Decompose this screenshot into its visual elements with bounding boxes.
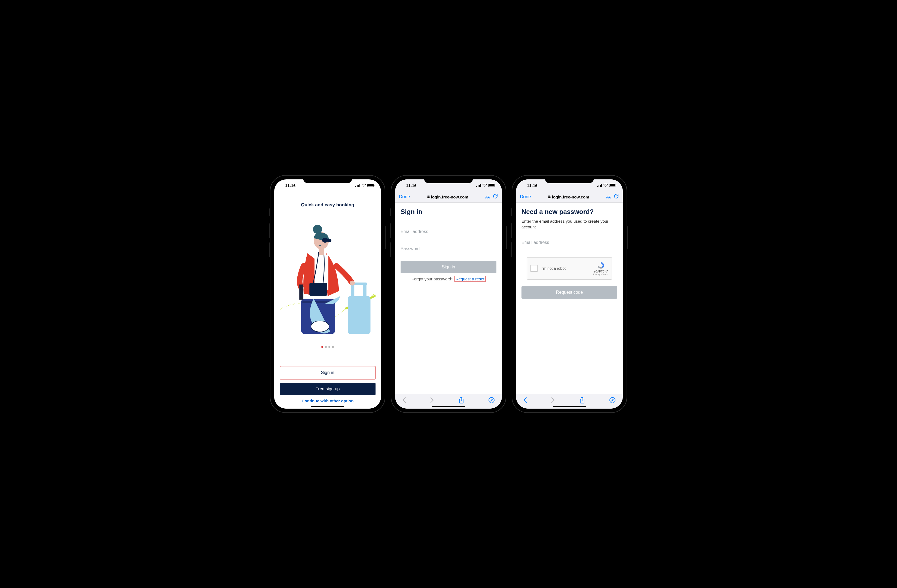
recaptcha-logo: reCAPTCHA Privacy - Terms: [593, 261, 608, 275]
safari-compass-icon[interactable]: [609, 397, 616, 403]
svg-rect-7: [348, 296, 370, 334]
status-bar: 11:16: [274, 179, 381, 191]
welcome-illustration: [280, 213, 375, 344]
forward-icon[interactable]: [551, 397, 555, 403]
text-size-button[interactable]: AA: [485, 195, 490, 199]
svg-point-34: [489, 397, 494, 403]
svg-rect-3: [360, 184, 360, 187]
svg-point-21: [313, 225, 322, 234]
svg-rect-35: [597, 186, 598, 187]
svg-rect-18: [309, 283, 327, 296]
safari-address-bar: Done login.free-now.com AA: [395, 191, 502, 203]
svg-point-44: [610, 397, 615, 403]
status-time: 11:16: [282, 183, 330, 188]
svg-rect-41: [616, 185, 616, 186]
text-size-button[interactable]: AA: [606, 195, 611, 199]
svg-rect-42: [548, 196, 550, 198]
request-code-button[interactable]: Request code: [522, 286, 617, 299]
home-indicator: [553, 406, 586, 407]
share-icon[interactable]: [459, 397, 464, 404]
recaptcha-checkbox[interactable]: [530, 265, 537, 272]
lock-icon: [548, 195, 551, 199]
battery-icon: [367, 184, 374, 187]
recaptcha-widget: I'm not a robot reCAPTCHA Privacy - Term…: [527, 257, 612, 279]
svg-rect-32: [427, 196, 429, 198]
status-time: 11:16: [403, 183, 451, 188]
safari-address-bar: Done login.free-now.com AA: [516, 191, 623, 203]
svg-rect-8: [351, 284, 354, 296]
svg-rect-40: [610, 184, 615, 186]
svg-point-23: [327, 239, 331, 242]
svg-rect-26: [478, 185, 478, 187]
signin-heading: Sign in: [401, 208, 496, 215]
svg-rect-37: [600, 185, 601, 187]
svg-rect-25: [476, 186, 477, 187]
svg-rect-38: [601, 184, 602, 187]
svg-rect-6: [374, 185, 374, 186]
status-time: 11:16: [524, 183, 572, 188]
svg-rect-2: [358, 185, 359, 187]
recaptcha-label: I'm not a robot: [541, 266, 593, 270]
reload-icon[interactable]: [493, 194, 498, 200]
svg-rect-28: [481, 184, 481, 187]
carousel-dots: [280, 346, 375, 348]
battery-icon: [488, 184, 495, 187]
svg-rect-30: [489, 184, 494, 186]
lock-icon: [427, 195, 430, 199]
home-indicator: [311, 406, 344, 407]
forward-icon[interactable]: [430, 397, 434, 403]
battery-icon: [609, 184, 616, 187]
url-text: login.free-now.com: [431, 195, 468, 199]
done-button[interactable]: Done: [520, 194, 531, 200]
free-sign-up-button[interactable]: Free sign up: [280, 383, 375, 395]
request-reset-link[interactable]: Request a reset: [455, 276, 485, 282]
status-bar: 11:16: [516, 179, 623, 191]
continue-other-option-link[interactable]: Continue with other option: [280, 399, 375, 403]
sign-in-button[interactable]: Sign in: [280, 366, 375, 379]
status-bar: 11:16: [395, 179, 502, 191]
svg-point-24: [319, 245, 321, 247]
svg-point-15: [350, 280, 355, 286]
signal-icon: [597, 184, 602, 187]
safari-compass-icon[interactable]: [488, 397, 495, 403]
wifi-icon: [362, 184, 366, 187]
svg-rect-31: [495, 185, 495, 186]
svg-rect-5: [368, 184, 373, 186]
done-button[interactable]: Done: [399, 194, 410, 200]
svg-rect-27: [479, 185, 480, 187]
email-field[interactable]: [522, 237, 617, 248]
back-icon[interactable]: [402, 397, 406, 403]
wifi-icon: [603, 184, 608, 187]
phone-frame-2: 11:16 Done login.free-now.com AA Sign in: [391, 176, 506, 412]
email-field[interactable]: [401, 226, 496, 237]
svg-rect-17: [299, 284, 303, 300]
home-indicator: [432, 406, 465, 407]
reload-icon[interactable]: [614, 194, 619, 200]
password-field[interactable]: [401, 244, 496, 254]
back-icon[interactable]: [523, 397, 527, 403]
svg-point-13: [311, 321, 329, 332]
svg-point-22: [322, 238, 328, 243]
reset-heading: Need a new password?: [522, 208, 617, 215]
phone-frame-1: 11:16 Quick and easy booking: [270, 176, 385, 412]
svg-rect-1: [357, 185, 358, 187]
signal-icon: [476, 184, 481, 187]
forgot-password-text: Forgot your password?: [412, 276, 453, 281]
signal-icon: [355, 184, 360, 187]
welcome-title: Quick and easy booking: [280, 202, 375, 208]
wifi-icon: [482, 184, 487, 187]
reset-subtext: Enter the email address you used to crea…: [522, 218, 617, 230]
url-text: login.free-now.com: [552, 195, 589, 199]
signin-submit-button[interactable]: Sign in: [401, 261, 496, 273]
svg-rect-9: [363, 284, 367, 296]
svg-rect-0: [355, 186, 356, 187]
svg-rect-36: [599, 185, 599, 187]
share-icon[interactable]: [580, 397, 585, 404]
phone-frame-3: 11:16 Done login.free-now.com AA Need a …: [512, 176, 627, 412]
